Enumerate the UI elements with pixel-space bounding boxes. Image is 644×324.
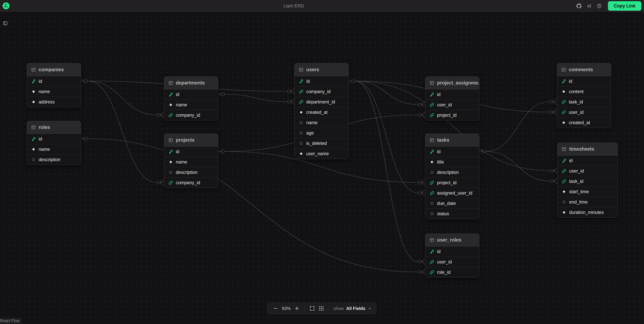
column-row-projects-description[interactable]: description (164, 167, 218, 178)
table-node-user_roles[interactable]: user_rolesiduser_idrole_id (425, 234, 479, 277)
liam-logo[interactable]: ℒ (2, 2, 10, 9)
column-row-project_assignments-id[interactable]: id (425, 89, 479, 100)
table-header-timesheets[interactable]: timesheets (558, 143, 618, 155)
column-row-departments-company_id[interactable]: company_id (164, 110, 218, 120)
column-row-roles-id[interactable]: id (27, 134, 81, 144)
column-row-user_roles-id[interactable]: id (425, 246, 479, 257)
react-flow-attribution[interactable]: React Flow (0, 318, 22, 324)
column-row-timesheets-id[interactable]: id (558, 155, 618, 166)
not-null-diamond-icon (31, 147, 36, 152)
page-title: Liam ERD (284, 4, 304, 9)
table-node-projects[interactable]: projectsidnamedescriptioncompany_id (164, 134, 218, 188)
column-row-tasks-status[interactable]: status (425, 209, 479, 219)
not-null-diamond-icon (31, 89, 36, 94)
liam-logo-glyph: ℒ (4, 3, 8, 8)
column-row-users-company_id[interactable]: company_id (294, 86, 348, 97)
column-name: duration_minutes (569, 210, 604, 215)
column-row-projects-name[interactable]: name (164, 157, 218, 167)
column-row-companies-id[interactable]: id (27, 76, 81, 86)
table-header-project_assignments[interactable]: project_assignme... (425, 77, 479, 89)
column-row-projects-company_id[interactable]: company_id (164, 178, 218, 188)
foreign-key-icon (430, 102, 434, 107)
column-name: id (306, 79, 310, 84)
column-row-users-id[interactable]: id (294, 76, 348, 86)
column-row-users-name[interactable]: name (294, 117, 348, 128)
tidy-up-button[interactable] (317, 305, 326, 311)
column-row-timesheets-end_time[interactable]: end_time (558, 197, 618, 207)
column-row-roles-description[interactable]: description (27, 154, 81, 165)
column-row-users-user_name[interactable]: user_name (294, 148, 348, 159)
foreign-key-icon (430, 270, 434, 275)
copy-link-button[interactable]: Copy Link (608, 1, 641, 11)
not-null-diamond-icon (168, 102, 173, 107)
column-row-comments-created_at[interactable]: created_at (557, 117, 611, 128)
column-row-user_roles-user_id[interactable]: user_id (425, 257, 479, 267)
column-row-timesheets-duration_minutes[interactable]: duration_minutes (558, 207, 618, 218)
column-name: id (437, 149, 440, 154)
column-name: id (176, 149, 180, 154)
column-row-project_assignments-user_id[interactable]: user_id (425, 100, 479, 110)
fit-view-icon (309, 305, 315, 311)
column-name: name (176, 102, 187, 108)
zoom-out-button[interactable] (271, 306, 280, 311)
table-header-tasks[interactable]: tasks (425, 134, 479, 146)
table-header-comments[interactable]: comments (557, 63, 611, 76)
column-row-users-is_deleted[interactable]: is_deleted (294, 138, 348, 148)
column-row-project_assignments-project_id[interactable]: project_id (425, 110, 479, 120)
column-row-timesheets-task_id[interactable]: task_id (558, 176, 618, 187)
announcements-button[interactable] (586, 4, 592, 9)
help-button[interactable] (597, 4, 602, 9)
column-row-tasks-description[interactable]: description (425, 167, 479, 178)
github-button[interactable] (576, 4, 582, 9)
top-bar: ℒ Liam ERD Copy Link (0, 0, 644, 12)
sidebar-toggle-button[interactable] (3, 21, 8, 26)
table-node-users[interactable]: usersidcompany_iddepartment_idcreated_at… (294, 63, 348, 159)
column-row-tasks-assigned_user_id[interactable]: assigned_user_id (425, 188, 479, 198)
column-row-users-created_at[interactable]: created_at (294, 107, 348, 117)
table-header-users[interactable]: users (294, 63, 348, 76)
column-row-projects-id[interactable]: id (164, 146, 218, 157)
column-name: name (306, 120, 318, 125)
table-header-companies[interactable]: companies (27, 63, 81, 76)
column-row-user_roles-role_id[interactable]: role_id (425, 267, 479, 277)
column-name: content (569, 89, 584, 94)
table-header-departments[interactable]: departments (164, 77, 218, 89)
column-row-tasks-due_date[interactable]: due_date (425, 198, 479, 209)
table-node-departments[interactable]: departmentsidnamecompany_id (164, 77, 218, 120)
column-row-users-age[interactable]: age (294, 128, 348, 138)
column-name: id (38, 136, 42, 142)
table-header-projects[interactable]: projects (164, 134, 218, 146)
primary-key-icon (298, 79, 304, 84)
table-node-project_assignments[interactable]: project_assignme...iduser_idproject_id (425, 77, 479, 120)
table-node-timesheets[interactable]: timesheetsiduser_idtask_idstart_timeend_… (557, 143, 618, 218)
table-name: companies (38, 67, 64, 72)
column-row-comments-content[interactable]: content (557, 86, 611, 97)
foreign-key-icon (168, 180, 173, 185)
fit-view-button[interactable] (308, 305, 317, 311)
column-row-users-department_id[interactable]: department_id (294, 97, 348, 107)
column-row-comments-user_id[interactable]: user_id (557, 107, 611, 117)
column-row-comments-task_id[interactable]: task_id (557, 97, 611, 107)
column-row-timesheets-start_time[interactable]: start_time (558, 187, 618, 197)
column-row-departments-name[interactable]: name (164, 100, 218, 110)
column-row-departments-id[interactable]: id (164, 89, 218, 100)
column-row-tasks-id[interactable]: id (425, 146, 479, 157)
table-node-companies[interactable]: companiesidnameaddress (27, 63, 81, 107)
panel-left-icon (3, 21, 8, 26)
column-row-tasks-title[interactable]: title (425, 157, 479, 167)
column-row-companies-address[interactable]: address (27, 97, 81, 107)
table-node-comments[interactable]: commentsidcontenttask_iduser_idcreated_a… (557, 63, 611, 128)
table-node-tasks[interactable]: tasksidtitledescriptionproject_idassigne… (425, 134, 479, 219)
column-row-companies-name[interactable]: name (27, 86, 81, 97)
column-row-comments-id[interactable]: id (557, 76, 611, 86)
column-row-tasks-project_id[interactable]: project_id (425, 178, 479, 188)
primary-key-icon (561, 79, 566, 84)
table-header-user_roles[interactable]: user_roles (425, 234, 479, 246)
not-null-diamond-icon (31, 99, 36, 104)
column-row-timesheets-user_id[interactable]: user_id (558, 166, 618, 176)
fields-dropdown[interactable]: All Fields (346, 306, 372, 311)
table-header-roles[interactable]: roles (27, 121, 81, 134)
zoom-in-button[interactable] (292, 306, 301, 311)
table-node-roles[interactable]: rolesidnamedescription (27, 121, 81, 165)
column-row-roles-name[interactable]: name (27, 144, 81, 154)
